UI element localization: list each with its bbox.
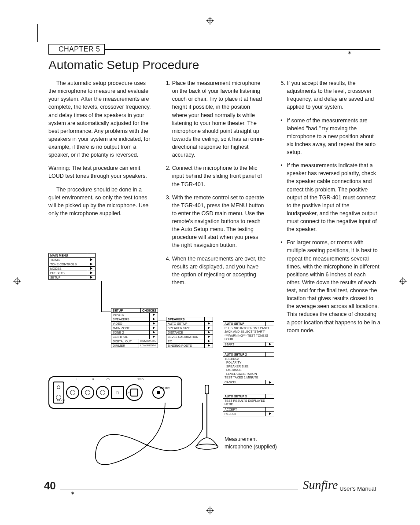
brand-logo: Sunfire xyxy=(302,478,338,492)
menu-item: MAIN ZONE xyxy=(111,326,149,330)
setup-title: SETUP xyxy=(111,308,140,312)
star-mark-tr: ✶ xyxy=(347,50,352,56)
menu-flow-diagram: MAIN MENU TRIMS TONE CONTROLS MODES PRES… xyxy=(48,253,277,491)
auto3-accept: ACCEPT xyxy=(223,408,265,411)
environment-paragraph: The procedure should be done in a quiet … xyxy=(48,186,151,218)
chapter-label: CHAPTER 5 xyxy=(48,44,105,55)
steps-list-cont: If you accept the results, the adjustmen… xyxy=(278,79,380,111)
power-section xyxy=(53,382,64,404)
arrow-icon xyxy=(149,335,158,339)
arrow-icon xyxy=(204,322,213,326)
osd-setup-menu: SETUPCHOICES INPUTS SPEAKERS VIDEO MAIN … xyxy=(111,308,158,348)
menu-item: ZONE 2 xyxy=(111,330,149,334)
auto3-reject: REJECT xyxy=(223,412,265,416)
manual-label: User's Manual xyxy=(339,485,376,492)
registration-mark-left xyxy=(13,277,21,287)
arrow-icon xyxy=(265,412,274,416)
arrow-icon xyxy=(265,342,274,346)
menu-item: DISTANCE xyxy=(166,330,204,334)
arrow-icon xyxy=(204,326,213,330)
arrow-icon xyxy=(149,313,158,317)
menu-item: INPUTS xyxy=(111,313,149,317)
intro-paragraph: The automatic setup procedure uses the m… xyxy=(48,79,151,159)
menu-item: LEVEL CALIBRATION xyxy=(166,335,204,339)
connector xyxy=(101,312,111,312)
connector xyxy=(212,325,223,325)
speakers-title: SPEAKERS xyxy=(166,317,204,321)
arrow-icon xyxy=(149,330,158,334)
menu-item: VIDEO xyxy=(111,322,149,326)
eq-mic-jack xyxy=(152,386,165,399)
arrow-icon xyxy=(149,317,158,321)
registration-mark-right xyxy=(399,277,407,287)
chapter-header: CHAPTER 5 xyxy=(48,44,380,55)
auto2-cancel: CANCEL xyxy=(223,380,265,384)
setup-col2: CHOICES xyxy=(140,308,158,312)
menu-item: MODES xyxy=(49,267,87,271)
manual-page: ✶ ✶ CHAPTER 5 Automatic Setup Procedure … xyxy=(0,0,420,525)
osd-main-menu: MAIN MENU TRIMS TONE CONTROLS MODES PRES… xyxy=(48,253,96,280)
menu-item: EQ xyxy=(166,339,204,343)
main-menu-title: MAIN MENU xyxy=(49,253,87,257)
menu-item: TONE CONTROLS xyxy=(49,262,87,266)
menu-item: DIGITAL OUT xyxy=(111,339,139,343)
menu-item: DIMMER xyxy=(111,344,139,348)
step-5: If you accept the results, the adjustmen… xyxy=(287,79,380,111)
auto1-title: AUTO SETUP xyxy=(223,322,265,326)
arrow-icon xyxy=(87,271,95,275)
arrow-icon xyxy=(87,275,95,279)
menu-value: LOW/MED/HI xyxy=(139,344,158,348)
menu-item: SPEAKER SIZE xyxy=(166,326,204,330)
osd-speakers-menu: SPEAKERS AUTO SETUP SPEAKER SIZE DISTANC… xyxy=(166,317,213,348)
step-1: Place the measurement microphone on the … xyxy=(172,79,266,159)
svg-point-2 xyxy=(196,444,218,449)
note-2: If the measurements indicate that a spea… xyxy=(278,162,380,233)
column-3: If you accept the results, the adjustmen… xyxy=(278,79,380,340)
menu-item: AUTO SETUP xyxy=(166,322,204,326)
auto3-note: TEST RESULTS DISPLAYED HERE xyxy=(223,399,274,407)
arrow-icon xyxy=(87,267,95,271)
auto3-title: AUTO SETUP 3 xyxy=(223,394,265,398)
warning-paragraph: Warning: The test procedure can emit LOU… xyxy=(48,164,151,180)
page-number: 40 xyxy=(44,480,56,492)
mic-cable xyxy=(70,403,211,473)
auto1-start: START xyxy=(223,342,265,346)
crop-mark-tl xyxy=(20,24,38,42)
osd-auto-setup-menu: AUTO SETUP PLUG MIC INTO FRONT PANEL JAC… xyxy=(223,321,274,347)
menu-item: SPEAKERS xyxy=(111,317,149,321)
registration-mark-bottom xyxy=(206,507,214,516)
menu-item: TRIMS xyxy=(49,258,87,262)
page-footer: 40 Sunfire User's Manual xyxy=(44,478,376,492)
arrow-icon xyxy=(149,322,158,326)
osd-auto-setup2-menu: AUTO SETUP 2 TESTING: POLARITY SPEAKER S… xyxy=(223,352,274,385)
auto2-title: AUTO SETUP 2 xyxy=(223,352,265,356)
measurement-microphone-icon xyxy=(194,385,220,464)
footer-rule xyxy=(60,489,298,489)
step-2: Connect the microphone to the Mic input … xyxy=(172,164,266,188)
osd-auto-setup3-menu: AUTO SETUP 3 TEST RESULTS DISPLAYED HERE… xyxy=(223,394,274,416)
svg-rect-0 xyxy=(205,385,209,394)
registration-mark-top xyxy=(206,17,214,26)
opt-port xyxy=(126,384,143,401)
menu-item: BINDING POSTS xyxy=(166,344,204,348)
arrow-icon xyxy=(87,258,95,262)
arrow-icon xyxy=(265,380,274,384)
note-3: For larger rooms, or rooms with multiple… xyxy=(278,239,380,334)
chapter-rule-line xyxy=(105,49,380,50)
menu-item: SETUP xyxy=(49,275,87,279)
page-title: Automatic Setup Procedure xyxy=(48,58,380,72)
arrow-icon xyxy=(149,326,158,330)
jack-cv xyxy=(96,386,109,399)
arrow-icon xyxy=(204,330,213,334)
connector xyxy=(101,281,102,312)
arrow-icon xyxy=(204,339,213,343)
arrow-icon xyxy=(204,344,213,348)
svid-port: ▢ xyxy=(111,386,124,399)
note-1: If some of the measurements are labeled … xyxy=(278,117,380,157)
arrow-icon xyxy=(87,262,95,266)
notes-list: If some of the measurements are labeled … xyxy=(278,117,380,334)
connector xyxy=(157,320,166,320)
menu-item: CONTROL xyxy=(111,335,149,339)
jack-r xyxy=(81,386,94,399)
step-3: With the remote control set to operate t… xyxy=(172,194,266,250)
